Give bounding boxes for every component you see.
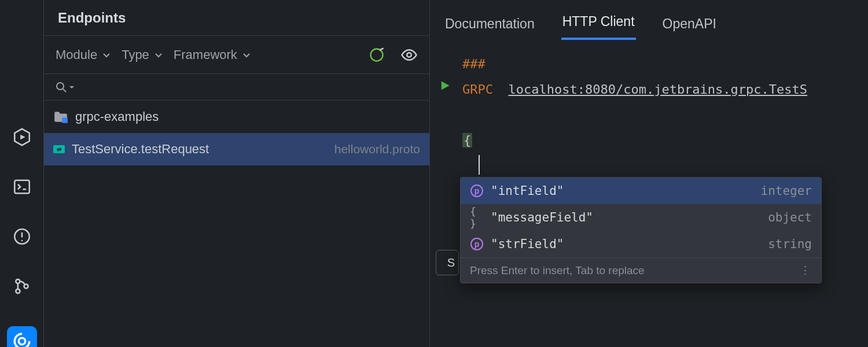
http-client-editor[interactable]: ### GRPC localhost:8080/com.jetbrains.gr… — [430, 47, 868, 347]
completion-item[interactable]: p "intField" integer — [461, 178, 821, 204]
search-row[interactable] — [44, 74, 429, 101]
svg-marker-1 — [20, 135, 25, 140]
caret-line[interactable] — [462, 153, 868, 178]
svg-rect-14 — [62, 117, 68, 123]
chevron-down-icon — [68, 84, 75, 91]
completion-item-label: "strField" — [491, 237, 564, 251]
folder-icon — [53, 110, 68, 123]
completion-footer: Press Enter to insert, Tab to replace ⋮ — [461, 257, 821, 283]
object-kind-icon: { } — [470, 211, 484, 224]
svg-rect-2 — [14, 180, 30, 194]
configure-icon[interactable] — [368, 46, 385, 64]
terminal-icon[interactable] — [10, 177, 34, 197]
endpoints-panel: Endpoints Module Type Framework — [44, 0, 429, 347]
svg-point-8 — [24, 284, 28, 288]
panel-header: Endpoints — [44, 0, 429, 36]
run-gutter-icon[interactable] — [439, 80, 451, 94]
completion-popup: p "intField" integer { } "messageField" … — [460, 177, 822, 283]
tabs-row: Documentation HTTP Client OpenAPI — [430, 0, 868, 47]
chevron-down-icon — [242, 50, 251, 60]
chevron-down-icon — [102, 50, 111, 60]
panel-title: Endpoints — [58, 10, 126, 26]
tab-documentation[interactable]: Documentation — [444, 10, 536, 38]
completion-hint: Press Enter to insert, Tab to replace — [470, 264, 645, 277]
search-icon — [54, 80, 75, 94]
filters-row: Module Type Framework — [44, 36, 429, 74]
svg-point-5 — [21, 240, 23, 242]
filter-module[interactable]: Module — [56, 47, 111, 62]
left-tool-rail — [0, 0, 44, 347]
completion-item[interactable]: p "strField" string — [461, 231, 821, 257]
completion-item-type: string — [768, 237, 812, 251]
property-kind-icon: p — [470, 237, 484, 251]
tree-endpoint-file: helloworld.proto — [334, 142, 420, 156]
filter-type[interactable]: Type — [122, 47, 163, 62]
tab-http-client[interactable]: HTTP Client — [561, 8, 636, 40]
text-caret — [479, 155, 480, 175]
filter-framework[interactable]: Framework — [174, 47, 251, 62]
code-url: localhost:8080/com.jetbrains.grpc.TestS — [508, 82, 807, 97]
chevron-down-icon — [154, 50, 163, 60]
vcs-icon[interactable] — [10, 276, 34, 296]
completion-more-icon[interactable]: ⋮ — [800, 264, 812, 277]
filter-type-label: Type — [122, 47, 149, 62]
svg-point-11 — [407, 53, 411, 57]
grpc-method-icon: ⇄ — [53, 145, 65, 153]
right-pane: Documentation HTTP Client OpenAPI ### GR… — [429, 0, 868, 347]
preview-icon[interactable] — [400, 46, 418, 64]
svg-line-13 — [63, 89, 66, 92]
tree-endpoint-label: TestService.testRequest — [72, 142, 209, 157]
tree-endpoint-row[interactable]: ⇄ TestService.testRequest helloworld.pro… — [44, 133, 429, 165]
assist-button[interactable] — [7, 326, 37, 347]
completion-item-label: "intField" — [491, 184, 564, 198]
property-kind-icon: p — [470, 184, 484, 198]
svg-point-10 — [371, 49, 383, 61]
services-icon[interactable] — [10, 127, 34, 147]
endpoint-tree: grpc-examples ⇄ TestService.testRequest … — [44, 101, 429, 347]
problems-icon[interactable] — [10, 227, 34, 246]
filter-framework-label: Framework — [174, 47, 237, 62]
code-sep: ### — [462, 57, 486, 71]
tab-openapi[interactable]: OpenAPI — [661, 10, 718, 38]
completion-item[interactable]: { } "messageField" object — [461, 204, 821, 231]
tree-folder-label: grpc-examples — [75, 109, 159, 124]
code-brace: { — [462, 133, 472, 147]
svg-marker-15 — [442, 82, 450, 90]
svg-point-6 — [16, 279, 20, 283]
svg-point-9 — [19, 338, 25, 344]
truncated-button[interactable]: S — [436, 250, 459, 275]
completion-item-label: "messageField" — [491, 211, 593, 224]
tree-folder-row[interactable]: grpc-examples — [44, 101, 429, 133]
code-area[interactable]: ### GRPC localhost:8080/com.jetbrains.gr… — [462, 51, 868, 178]
completion-item-type: object — [768, 211, 812, 224]
code-method: GRPC — [462, 82, 493, 97]
svg-point-7 — [16, 289, 20, 293]
filter-module-label: Module — [56, 47, 97, 62]
svg-point-12 — [57, 83, 64, 90]
editor-gutter — [430, 47, 462, 347]
completion-item-type: integer — [760, 184, 812, 198]
